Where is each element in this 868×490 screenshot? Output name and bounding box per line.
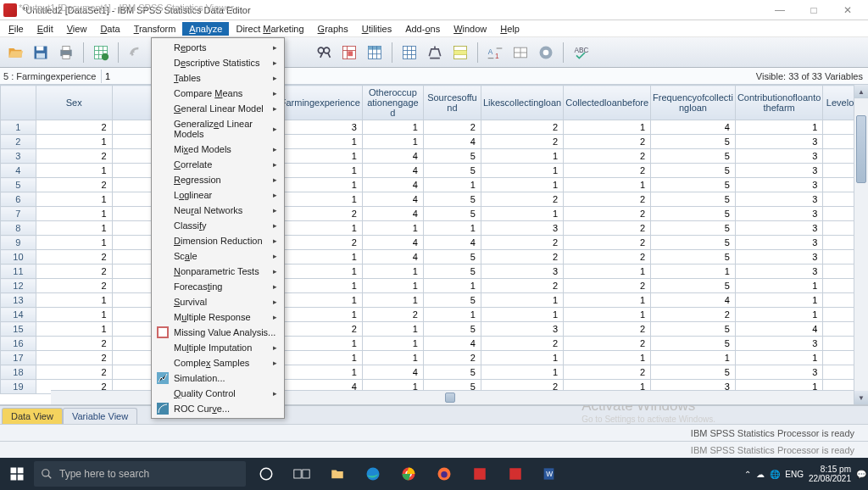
data-cell[interactable]: 2 [481,250,563,264]
data-cell[interactable]: 1 [278,192,362,207]
menu-graphs[interactable]: Graphs [311,22,355,36]
data-cell[interactable]: 2 [36,250,112,264]
data-cell[interactable]: 3 [481,264,563,279]
explorer-icon[interactable] [322,458,353,490]
analyze-menu-item[interactable]: General Linear Model▸ [153,101,282,116]
spell-check-icon[interactable]: ABC [569,41,593,64]
data-cell[interactable]: 1 [278,221,362,236]
data-cell[interactable]: 1 [735,120,822,135]
data-cell[interactable]: 2 [36,149,112,164]
maximize-button[interactable]: □ [797,0,831,20]
column-header[interactable]: Contributionofloantothefarm [735,86,822,120]
row-header[interactable]: 15 [1,322,36,337]
scroll-down-icon[interactable]: ▼ [854,391,868,404]
data-cell[interactable]: 2 [278,207,362,221]
data-cell[interactable]: 5 [651,279,736,293]
data-cell[interactable]: 2 [481,120,563,135]
firefox-icon[interactable] [429,458,459,490]
data-cell[interactable]: 1 [564,351,651,365]
row-header[interactable]: 14 [1,308,36,322]
close-button[interactable]: ✕ [831,0,865,20]
row-header[interactable]: 9 [1,236,36,250]
data-cell[interactable]: 1 [735,351,822,365]
data-cell[interactable]: 1 [278,293,362,308]
data-cell[interactable]: 2 [481,279,563,293]
data-cell[interactable]: 5 [423,365,481,380]
data-cell[interactable]: 4 [362,178,423,192]
data-cell[interactable]: 5 [651,365,736,380]
data-cell[interactable]: 1 [278,149,362,164]
data-cell[interactable]: 5 [651,221,736,236]
data-cell[interactable]: 5 [651,164,736,178]
analyze-menu-item[interactable]: Multiple Response▸ [153,309,282,325]
analyze-menu-item[interactable]: Simulation... [153,370,282,386]
data-cell[interactable]: 5 [651,337,736,351]
data-cell[interactable]: 2 [278,322,362,337]
data-cell[interactable]: 2 [481,192,563,207]
data-cell[interactable]: 2 [36,351,112,365]
row-header[interactable]: 13 [1,293,36,308]
column-header[interactable]: Farmingexperience [278,86,362,120]
data-cell[interactable]: 2 [564,221,651,236]
minimize-button[interactable]: — [763,0,797,20]
menu-direct-marketing[interactable]: Direct Marketing [229,22,310,36]
analyze-menu-item[interactable]: Regression▸ [153,172,282,187]
data-cell[interactable]: 2 [36,264,112,279]
data-cell[interactable]: 5 [651,178,736,192]
data-cell[interactable]: 1 [735,308,822,322]
analyze-menu-item[interactable]: Missing Value Analysis... [153,325,282,340]
data-cell[interactable]: 1 [278,250,362,264]
data-cell[interactable]: 3 [735,207,822,221]
menu-addons[interactable]: Add-ons [398,22,447,36]
data-cell[interactable]: 4 [423,135,481,149]
row-header[interactable]: 1 [1,120,36,135]
menu-help[interactable]: Help [493,22,526,36]
tray-notification-icon[interactable]: 💬 [856,470,866,479]
data-cell[interactable]: 2 [564,365,651,380]
variables-icon[interactable] [363,41,387,64]
data-cell[interactable]: 4 [423,236,481,250]
data-grid[interactable]: SexEducationallevelFarmingexperienceOthe… [0,85,868,394]
data-cell[interactable]: 1 [36,192,112,207]
column-header[interactable]: Frequencyofcollectingloan [651,86,736,120]
data-view-icon[interactable] [89,41,113,64]
column-header[interactable]: Likescollectingloan [481,86,563,120]
data-cell[interactable]: 2 [564,250,651,264]
data-cell[interactable]: 3 [481,322,563,337]
data-cell[interactable]: 1 [36,308,112,322]
menu-window[interactable]: Window [447,22,493,36]
data-cell[interactable]: 2 [36,279,112,293]
data-cell[interactable]: 1 [36,322,112,337]
data-cell[interactable]: 1 [278,351,362,365]
data-cell[interactable]: 1 [481,293,563,308]
analyze-menu-item[interactable]: Neural Networks▸ [153,203,282,218]
analyze-menu-item[interactable]: Reports▸ [153,40,282,55]
data-cell[interactable]: 4 [423,337,481,351]
data-cell[interactable]: 1 [362,279,423,293]
data-cell[interactable]: 1 [278,135,362,149]
data-cell[interactable]: 1 [564,264,651,279]
chrome-icon[interactable] [393,458,424,490]
row-header[interactable]: 4 [1,164,36,178]
data-cell[interactable]: 3 [735,149,822,164]
row-header[interactable]: 11 [1,264,36,279]
data-cell[interactable]: 4 [362,365,423,380]
data-cell[interactable]: 2 [423,120,481,135]
data-cell[interactable]: 5 [651,322,736,337]
data-cell[interactable]: 4 [362,236,423,250]
hscroll-thumb[interactable] [445,393,455,403]
row-header[interactable]: 12 [1,279,36,293]
menu-transform[interactable]: Transform [127,22,183,36]
row-header[interactable]: 18 [1,365,36,380]
find-icon[interactable] [312,41,336,64]
analyze-menu-item[interactable]: Quality Control▸ [153,386,282,401]
data-cell[interactable]: 1 [278,164,362,178]
data-cell[interactable]: 2 [564,207,651,221]
cell-reference[interactable]: 5 : Farmingexperience [0,70,102,83]
select-icon[interactable] [448,41,472,64]
data-cell[interactable]: 4 [362,192,423,207]
row-header[interactable]: 17 [1,351,36,365]
data-cell[interactable]: 1 [362,322,423,337]
show-all-icon[interactable] [534,41,558,64]
data-cell[interactable]: 3 [735,221,822,236]
